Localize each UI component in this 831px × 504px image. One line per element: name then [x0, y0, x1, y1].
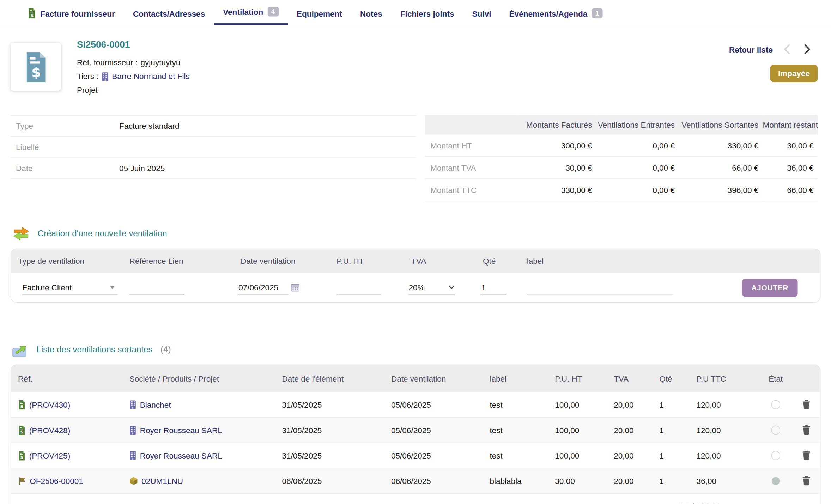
- manufacturing-order-icon: [18, 476, 26, 486]
- col-header-qty: Qté: [659, 374, 696, 383]
- qty: 1: [659, 451, 696, 460]
- company-link[interactable]: Blanchet: [140, 400, 171, 409]
- vent-date: 05/06/2025: [391, 451, 490, 460]
- qty: 1: [659, 400, 696, 409]
- export-box-icon: [12, 342, 30, 358]
- company-link[interactable]: Royer Rousseau SARL: [140, 451, 222, 460]
- ventilation-row: (PROV430) Blanchet 31/05/2025 05/06/2025…: [11, 391, 820, 417]
- col-header-pu-ht: P.U. HT: [555, 374, 614, 383]
- detail-row: Type Facture standard: [11, 115, 416, 137]
- ref-link[interactable]: (PROV425): [29, 451, 71, 460]
- tab-count-badge: 4: [267, 7, 278, 17]
- ref-link[interactable]: (PROV428): [29, 426, 71, 435]
- amount-value: 30,00 €: [763, 135, 818, 157]
- tab-bar: Facture fournisseur Contacts/Adresses Ve…: [0, 0, 831, 25]
- detail-row: Date 05 Juin 2025: [11, 158, 416, 179]
- tiers-label: Tiers :: [77, 69, 99, 83]
- qty: 1: [659, 476, 696, 486]
- pu-ht: 100,00: [555, 451, 614, 460]
- row-label: test: [490, 426, 555, 435]
- tva: 20,00: [614, 476, 659, 486]
- list-section-title: Liste des ventilations sortantes (4): [12, 342, 831, 358]
- tab-label: Ventilation: [223, 7, 263, 16]
- tab-label: Suivi: [472, 9, 491, 18]
- col-header-element-date: Date de l'élément: [282, 374, 391, 383]
- label-input[interactable]: [527, 280, 673, 295]
- calendar-icon[interactable]: [291, 284, 299, 292]
- amounts-row: Montant TVA 30,00 € 0,00 € 66,00 € 36,00…: [425, 157, 818, 179]
- pu-ht: 100,00: [555, 400, 614, 409]
- ventilation-row: (PROV425) Royer Rousseau SARL 31/05/2025…: [11, 443, 820, 468]
- trash-icon[interactable]: [802, 450, 811, 461]
- tab-facture-fournisseur[interactable]: Facture fournisseur: [19, 0, 124, 25]
- row-label: blablabla: [490, 476, 555, 486]
- total-row: Total 396,00: [11, 493, 820, 504]
- tab-fichiers-joints[interactable]: Fichiers joints: [391, 0, 463, 25]
- select-caret-icon: [110, 286, 115, 289]
- ventilation-row: (PROV428) Royer Rousseau SARL 31/05/2025…: [11, 417, 820, 443]
- detail-value: Facture standard: [119, 121, 179, 130]
- product-link[interactable]: 02UM1LNU: [141, 476, 183, 486]
- amount-value: 0,00 €: [596, 157, 679, 179]
- invoice-icon: [28, 8, 36, 18]
- pu-ht: 100,00: [555, 426, 614, 435]
- product-cube-icon: [129, 476, 138, 486]
- exchange-arrows-icon: [12, 226, 31, 242]
- element-date: 06/06/2025: [282, 476, 391, 486]
- tab-ventilation[interactable]: Ventilation 4: [214, 0, 288, 25]
- trash-icon[interactable]: [802, 400, 811, 410]
- tab-count-badge: 1: [592, 8, 602, 18]
- supplier-ref-label: Réf. fournisseur :: [77, 56, 138, 69]
- tiers-link[interactable]: Barre Normand et Fils: [112, 69, 189, 83]
- tva: 20,00: [614, 426, 659, 435]
- tab-equipement[interactable]: Equipement: [287, 0, 351, 25]
- tab-suivi[interactable]: Suivi: [463, 0, 500, 25]
- back-to-list-link[interactable]: Retour liste: [729, 45, 773, 54]
- chevron-down-icon: [448, 285, 455, 289]
- tab-label: Notes: [360, 9, 382, 18]
- amount-value: 330,00 €: [679, 135, 763, 157]
- invoice-icon: [18, 425, 25, 435]
- company-icon: [129, 400, 137, 409]
- type-ventilation-select[interactable]: Facture Client: [22, 280, 117, 295]
- amounts-row-label: Montant TVA: [425, 157, 518, 179]
- invoice-thumbnail: [11, 43, 61, 91]
- chevron-right-icon[interactable]: [802, 43, 811, 55]
- row-label: test: [490, 451, 555, 460]
- date-ventilation-input[interactable]: [237, 280, 288, 295]
- amounts-row: Montant HT 300,00 € 0,00 € 330,00 € 30,0…: [425, 135, 818, 157]
- tab-contacts-adresses[interactable]: Contacts/Adresses: [124, 0, 214, 25]
- ventilations-table-header: Réf. Société / Produits / Projet Date de…: [11, 365, 820, 391]
- trash-icon[interactable]: [802, 476, 811, 486]
- state-dot: [771, 400, 780, 409]
- amounts-col-header: Ventilations Entrantes: [596, 115, 679, 135]
- amounts-col-header: Montant restant: [763, 115, 818, 135]
- ref-link[interactable]: OF2506-00001: [30, 476, 83, 486]
- chevron-left-icon[interactable]: [783, 43, 792, 55]
- company-link[interactable]: Royer Rousseau SARL: [140, 426, 222, 435]
- tab-notes[interactable]: Notes: [351, 0, 391, 25]
- ventilations-table-card: Réf. Société / Produits / Projet Date de…: [11, 365, 820, 504]
- reference-lien-input[interactable]: [129, 280, 184, 295]
- total-value: 396,00: [697, 502, 759, 504]
- detail-value: 05 Juin 2025: [119, 164, 165, 173]
- tab-evenements-agenda[interactable]: Événements/Agenda 1: [500, 0, 612, 25]
- tva-select[interactable]: 20%: [409, 280, 455, 295]
- projet-label: Projet: [77, 83, 98, 97]
- vent-date: 05/06/2025: [391, 426, 490, 435]
- creation-form-row: Facture Client 20%: [11, 273, 820, 302]
- ajouter-button[interactable]: AJOUTER: [742, 279, 798, 297]
- status-badge: Impayée: [770, 65, 818, 82]
- col-header-vent-date: Date ventilation: [391, 374, 490, 383]
- col-header-tva: TVA: [614, 374, 659, 383]
- creation-section-title: Création d'une nouvelle ventilation: [12, 226, 831, 242]
- col-header-reference: Référence Lien: [129, 256, 241, 266]
- tva: 20,00: [614, 400, 659, 409]
- qty-input[interactable]: [480, 280, 506, 295]
- tva: 20,00: [614, 451, 659, 460]
- trash-icon[interactable]: [802, 425, 811, 435]
- ref-link[interactable]: (PROV430): [29, 400, 71, 409]
- pu-ht-input[interactable]: [336, 280, 381, 295]
- col-header-label: label: [490, 374, 555, 383]
- col-header-state: État: [758, 374, 793, 383]
